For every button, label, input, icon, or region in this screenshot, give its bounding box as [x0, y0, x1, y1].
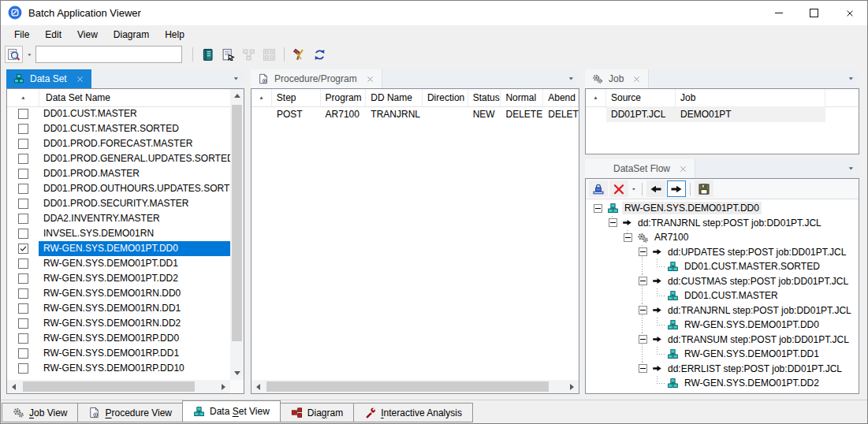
tab-close-icon[interactable] — [366, 75, 374, 84]
tools-button[interactable] — [290, 46, 308, 63]
maximize-button[interactable] — [796, 1, 832, 25]
list-item[interactable]: RW-GEN.SYS.DEMO01PT.DD0 — [7, 241, 230, 256]
checkbox[interactable] — [18, 288, 28, 299]
scrollbar-down-button[interactable] — [230, 366, 244, 380]
tree-item[interactable]: dd:UPDATES step:POST job:DD01PT.JCL — [586, 245, 859, 260]
tree-item[interactable]: DD01.CUST.MASTER — [586, 288, 859, 303]
table-row[interactable]: POSTAR7100TRANJRNLNEWDELETEDELETE — [251, 106, 579, 122]
list-item[interactable]: RW-GEN.SYS.DEMO01RN.DD1 — [7, 301, 230, 316]
menu-item-edit[interactable]: Edit — [37, 26, 69, 43]
checkbox[interactable] — [18, 273, 28, 284]
panel-menu-icon[interactable] — [567, 74, 576, 83]
horizontal-scrollbar[interactable] — [251, 380, 579, 393]
tree-expander[interactable] — [639, 364, 647, 373]
tree-expander[interactable] — [639, 335, 647, 344]
tree-item[interactable]: AR7100 — [586, 230, 859, 245]
column-header-source[interactable]: Source — [606, 89, 676, 106]
checkbox[interactable] — [18, 363, 28, 374]
checkbox[interactable] — [18, 258, 28, 269]
tree-item[interactable]: dd:TRANSUM step:POST job:DD01PT.JCL — [586, 333, 859, 348]
checkbox[interactable] — [18, 124, 28, 134]
list-item[interactable]: DD01.PROD.FORECAST.MASTER — [7, 136, 230, 151]
close-button[interactable] — [832, 1, 867, 25]
panel-menu-icon[interactable] — [232, 74, 240, 83]
refresh-button[interactable] — [311, 46, 329, 63]
dropdown-icon[interactable] — [630, 186, 638, 192]
notebook-button[interactable] — [199, 46, 217, 63]
checkbox[interactable] — [18, 229, 28, 239]
tab-interactive-analysis[interactable]: Interactive Analysis — [353, 403, 473, 422]
scrollbar-left-button[interactable] — [251, 380, 265, 393]
scrollbar-right-button[interactable] — [565, 380, 579, 393]
column-header-abend[interactable]: Abend — [543, 89, 579, 106]
scrollbar-thumb[interactable] — [23, 381, 195, 392]
checkbox[interactable] — [18, 139, 28, 149]
job-panel-tab[interactable]: Job — [585, 69, 649, 88]
menu-item-view[interactable]: View — [69, 26, 106, 43]
list-item[interactable]: RW-GEN.SYS.DEMO01RN.DD0 — [7, 286, 230, 301]
checkbox[interactable] — [18, 333, 28, 344]
list-item[interactable]: DD01.CUST.MASTER — [7, 106, 230, 121]
tree-item[interactable]: dd:CUSTMAS step:POST job:DD01PT.JCL — [586, 274, 859, 289]
checkbox[interactable] — [18, 184, 28, 194]
link-diagram-button[interactable] — [240, 46, 258, 63]
vertical-scrollbar[interactable] — [230, 89, 244, 380]
delete-button[interactable] — [609, 180, 628, 197]
checkbox[interactable] — [18, 303, 28, 314]
scrollbar-up-button[interactable] — [230, 89, 244, 102]
tree-expander[interactable] — [639, 247, 647, 256]
scrollbar-thumb[interactable] — [232, 105, 242, 341]
list-item[interactable]: DD01.PROD.GENERAL.UPDATES.SORTED — [7, 151, 230, 166]
grid-diagram-button[interactable] — [260, 46, 278, 63]
checkbox[interactable] — [18, 348, 28, 359]
trace-button[interactable] — [589, 180, 608, 197]
forward-button[interactable] — [667, 180, 686, 197]
list-item[interactable]: DD01.PROD.MASTER — [7, 166, 230, 181]
scrollbar-right-button[interactable] — [217, 380, 230, 393]
checkbox[interactable] — [18, 169, 28, 179]
tree-item[interactable]: dd:ERRLIST step:POST job:DD01PT.JCL — [586, 362, 859, 377]
list-item[interactable]: RW-GEN.SYS.DEMO01RN.DD2 — [7, 316, 230, 331]
list-item[interactable]: RW-GEN.SYS.DEMO01RP.DD0 — [7, 331, 230, 346]
save-button[interactable] — [695, 180, 713, 197]
tree-item[interactable]: RW-GEN.SYS.DEMO01PT.DD0 — [586, 318, 859, 333]
tab-diagram[interactable]: Diagram — [280, 403, 354, 422]
list-item[interactable]: DD01.PROD.SECURITY.MASTER — [7, 196, 230, 211]
minimize-button[interactable] — [761, 1, 796, 25]
dropdown-icon[interactable] — [25, 51, 33, 58]
column-header-status[interactable]: Status — [468, 89, 501, 106]
tab-procedure-view[interactable]: Procedure View — [77, 403, 183, 422]
menu-item-file[interactable]: File — [6, 26, 37, 43]
tree-expander[interactable] — [594, 204, 602, 213]
tree-expander[interactable] — [639, 306, 647, 314]
column-header-program[interactable]: Program — [321, 89, 367, 106]
panel-menu-icon[interactable] — [847, 164, 855, 173]
column-header-job[interactable]: Job — [676, 89, 825, 106]
list-item[interactable]: RW-GEN.SYS.DEMO01RP.DD1 — [7, 346, 230, 361]
column-header-dd-name[interactable]: DD Name — [366, 89, 423, 106]
tree-item[interactable]: dd:TRANJRNL step:POST job:DD01PT.JCL — [586, 303, 859, 318]
column-header-normal[interactable]: Normal — [501, 89, 543, 106]
list-item[interactable]: RW-GEN.SYS.DEMO01PT.DD1 — [7, 256, 230, 271]
tab-close-icon[interactable] — [76, 75, 84, 84]
tree-expander[interactable] — [624, 233, 632, 242]
table-row[interactable]: DD01PT.JCLDEMO01PT — [586, 106, 859, 122]
tree-item[interactable]: DD01.CUST.MASTER.SORTED — [586, 259, 859, 274]
tab-job-view[interactable]: Job View — [2, 403, 78, 422]
checkbox[interactable] — [18, 244, 28, 254]
tree-expander[interactable] — [609, 218, 617, 227]
column-header-sort[interactable] — [251, 89, 272, 106]
tab-close-icon[interactable] — [679, 165, 687, 173]
list-item[interactable]: DD01.CUST.MASTER.SORTED — [7, 121, 230, 136]
list-item[interactable]: INVSEL.SYS.DEMO01RN — [7, 226, 230, 241]
checkbox[interactable] — [18, 214, 28, 224]
properties-button[interactable] — [219, 46, 237, 63]
column-header-dataset-name[interactable]: Data Set Name — [39, 89, 230, 106]
tree-item[interactable]: RW-GEN.SYS.DEMO01PT.DD2 — [586, 376, 859, 391]
search-button[interactable] — [5, 46, 23, 63]
tree-item[interactable]: dd:TRANJRNL step:POST job:DD01PT.JCL — [586, 216, 859, 231]
checkbox[interactable] — [18, 109, 28, 119]
tree-item[interactable]: RW-GEN.SYS.DEMO01PT.DD0 — [586, 201, 859, 216]
scrollbar-left-button[interactable] — [7, 380, 20, 393]
menu-item-diagram[interactable]: Diagram — [106, 26, 157, 43]
